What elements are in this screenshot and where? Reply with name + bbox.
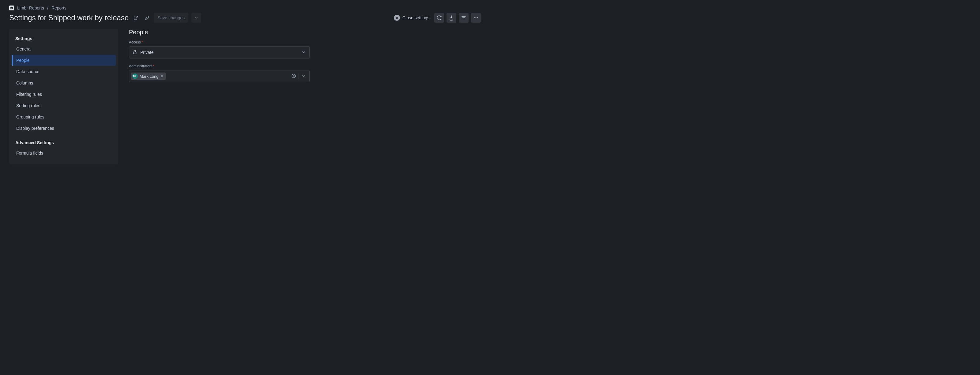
breadcrumb-section[interactable]: Reports xyxy=(51,5,67,10)
admins-field-label: Administrators* xyxy=(129,64,310,68)
sidebar-heading-settings: Settings xyxy=(12,34,116,43)
access-select[interactable]: Private xyxy=(129,46,310,59)
sidebar-item-label: Grouping rules xyxy=(16,114,45,119)
sidebar-item-label: People xyxy=(16,58,30,63)
sidebar-item-formula-fields[interactable]: Formula fields xyxy=(12,148,116,159)
sidebar-item-label: Display preferences xyxy=(16,126,54,131)
save-button[interactable]: Save changes xyxy=(154,13,188,23)
breadcrumb: Limbr Reports / Reports xyxy=(9,5,481,10)
download-button[interactable] xyxy=(447,13,456,23)
sidebar-heading-advanced: Advanced Settings xyxy=(12,138,116,148)
main-panel: People Access* Private Administrators* xyxy=(129,29,310,88)
admins-multiselect[interactable]: ML Mark Long xyxy=(129,70,310,83)
close-icon xyxy=(394,15,400,21)
open-external-icon[interactable] xyxy=(132,14,140,22)
svg-point-3 xyxy=(477,17,478,18)
admin-chip-label: Mark Long xyxy=(140,74,158,79)
close-settings-button[interactable]: Close settings xyxy=(391,13,432,23)
access-field-label: Access* xyxy=(129,40,310,44)
sidebar-item-people[interactable]: People xyxy=(12,55,116,66)
sidebar-item-general[interactable]: General xyxy=(12,43,116,54)
close-settings-label: Close settings xyxy=(402,15,430,20)
svg-point-1 xyxy=(474,17,475,18)
page-title-prefix: Settings for xyxy=(9,13,46,22)
chevron-down-icon[interactable] xyxy=(301,73,306,79)
required-indicator: * xyxy=(142,40,143,44)
sidebar-item-label: Data source xyxy=(16,69,39,74)
remove-chip-icon[interactable] xyxy=(160,75,164,78)
sidebar-item-label: Formula fields xyxy=(16,151,43,156)
admin-chip: ML Mark Long xyxy=(131,73,166,80)
sidebar-item-display-preferences[interactable]: Display preferences xyxy=(12,123,116,134)
sidebar-item-label: General xyxy=(16,46,32,51)
more-actions-button[interactable] xyxy=(471,13,481,23)
page-title: Settings for Shipped work by release xyxy=(9,13,129,22)
controls-divider xyxy=(299,73,299,79)
avatar: ML xyxy=(132,73,138,79)
access-value: Private xyxy=(140,50,298,55)
main-heading: People xyxy=(129,29,310,36)
sidebar-item-data-source[interactable]: Data source xyxy=(12,66,116,77)
filter-settings-button[interactable] xyxy=(459,13,469,23)
svg-rect-4 xyxy=(133,52,136,54)
refresh-button[interactable] xyxy=(434,13,444,23)
sidebar-item-columns[interactable]: Columns xyxy=(12,78,116,89)
link-icon[interactable] xyxy=(143,14,151,22)
lock-icon xyxy=(132,49,137,56)
save-more-button[interactable] xyxy=(191,13,201,23)
sidebar-item-label: Sorting rules xyxy=(16,103,40,108)
sidebar-item-grouping-rules[interactable]: Grouping rules xyxy=(12,111,116,122)
breadcrumb-app[interactable]: Limbr Reports xyxy=(17,5,44,10)
sidebar-item-label: Columns xyxy=(16,81,33,86)
svg-point-2 xyxy=(476,17,477,18)
settings-sidebar: Settings General People Data source Colu… xyxy=(9,29,118,164)
app-logo-icon xyxy=(9,5,14,10)
clear-all-icon[interactable] xyxy=(291,73,296,79)
sidebar-item-label: Filtering rules xyxy=(16,92,42,97)
page-title-name: Shipped work by release xyxy=(48,13,129,22)
sidebar-item-filtering-rules[interactable]: Filtering rules xyxy=(12,89,116,100)
breadcrumb-separator: / xyxy=(47,5,48,10)
sidebar-item-sorting-rules[interactable]: Sorting rules xyxy=(12,100,116,111)
required-indicator: * xyxy=(153,64,155,68)
chevron-down-icon xyxy=(301,49,306,56)
